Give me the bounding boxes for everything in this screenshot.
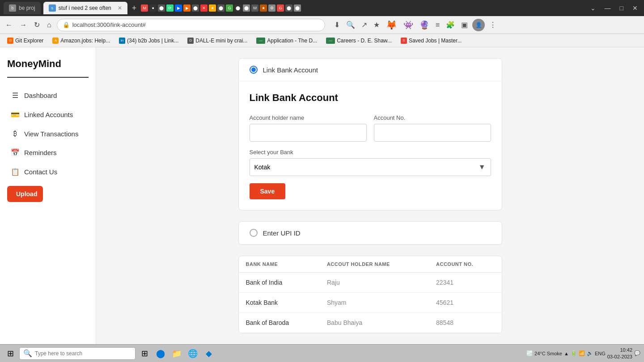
- bank-select[interactable]: Kotak SBI HDFC ICICI Axis Bank of India …: [250, 158, 491, 176]
- notification-icon[interactable]: 💬: [634, 350, 640, 356]
- browser-favicon-7: ⬤: [192, 4, 199, 12]
- bookmark-favicon-1: G: [7, 38, 13, 44]
- puzzle-icon[interactable]: 🧩: [444, 20, 457, 30]
- sidebar: MoneyMind ☰ Dashboard 💳 Linked Accounts …: [0, 47, 96, 344]
- browser-favicon-6: ▶: [183, 4, 191, 12]
- close-window-icon[interactable]: ✕: [630, 4, 640, 13]
- bookmark-application[interactable]: — Application - The D...: [253, 37, 321, 45]
- table-row: Kotak Bank Shyam 45621: [239, 293, 502, 313]
- extension-icon-3[interactable]: 🔮: [418, 19, 431, 31]
- forward-button[interactable]: →: [18, 20, 29, 30]
- browser-favicon-4: ⟳: [166, 4, 174, 12]
- download-icon[interactable]: ⬇: [332, 20, 342, 30]
- browser-favicon-13: ⬤: [243, 4, 250, 12]
- sidebar-item-reminders[interactable]: 📅 Reminders: [7, 144, 89, 161]
- bank-select-wrapper: Kotak SBI HDFC ICICI Axis Bank of India …: [250, 158, 491, 176]
- contact-icon: 📋: [11, 168, 20, 176]
- form-group-select-bank: Select your Bank Kotak SBI HDFC ICICI Ax…: [250, 149, 491, 176]
- upi-radio-label: Enter UPI ID: [263, 229, 301, 237]
- chrome-icon[interactable]: 🌐: [186, 346, 200, 361]
- dashboard-icon: ☰: [11, 91, 20, 100]
- menu-icon[interactable]: ⋮: [487, 20, 498, 30]
- account-no-input[interactable]: [374, 124, 491, 142]
- weather-icon: 🌫️: [526, 350, 533, 356]
- link-bank-radio[interactable]: [250, 66, 258, 74]
- bookmark-git-explorer[interactable]: G Git Explorer: [4, 37, 47, 45]
- taskbar-pinned-icons: ⊞ ⬤ 📁 🌐 ◆: [137, 346, 216, 361]
- tab-inactive[interactable]: b be proj: [4, 2, 41, 14]
- upload-button[interactable]: Upload: [7, 186, 43, 202]
- browser-favicon-9: ★: [209, 4, 216, 12]
- url-bar[interactable]: 🔒 localhost:3000/link-account#: [57, 19, 325, 31]
- cell-bank-name: Bank of India: [239, 273, 320, 293]
- main-content: Link Bank Account Link Bank Account Acco…: [96, 47, 644, 344]
- profile-avatar[interactable]: 👤: [472, 19, 485, 31]
- browser-favicon-5: ▶: [175, 4, 182, 12]
- minimize-icon[interactable]: ⌄: [588, 4, 598, 13]
- app-layout: MoneyMind ☰ Dashboard 💳 Linked Accounts …: [0, 47, 644, 344]
- file-explorer-icon[interactable]: 📁: [169, 346, 184, 361]
- bookmark-favicon-4: D: [187, 38, 194, 44]
- sidebar-item-dashboard[interactable]: ☰ Dashboard: [7, 87, 89, 104]
- tab-active[interactable]: s stuf i need 2 see often ✕: [43, 2, 127, 14]
- restore-icon[interactable]: —: [602, 4, 614, 13]
- close-tab-icon[interactable]: ✕: [118, 5, 122, 11]
- save-button[interactable]: Save: [250, 183, 286, 199]
- taskbar-language: ENG: [595, 351, 606, 356]
- link-bank-form-title: Link Bank Account: [250, 92, 491, 104]
- cell-holder-name: Shyam: [320, 293, 429, 313]
- sidebar-item-linked-accounts[interactable]: 💳 Linked Accounts: [7, 106, 89, 123]
- vscode-icon[interactable]: ◆: [202, 346, 216, 361]
- sidebar-item-contact-us[interactable]: 📋 Contact Us: [7, 163, 89, 181]
- table-row: Bank of India Raju 22341: [239, 273, 502, 293]
- extension-icon-2[interactable]: 👾: [402, 19, 415, 31]
- reminders-icon: 📅: [11, 148, 20, 157]
- browser-title-bar: b be proj s stuf i need 2 see often ✕ + …: [0, 0, 644, 16]
- taskbar-up-arrow-icon[interactable]: ▲: [564, 351, 569, 356]
- browser-favicon-14: M: [251, 4, 258, 12]
- reload-button[interactable]: ↻: [32, 20, 42, 30]
- new-tab-button[interactable]: +: [130, 4, 139, 13]
- taskbar-search-icon: 🔍: [23, 349, 32, 358]
- browser-favicon-10: ⬤: [217, 4, 225, 12]
- back-button[interactable]: ←: [4, 20, 14, 30]
- taskbar-time-value: 10:42: [607, 347, 632, 353]
- bookmark-careers[interactable]: — Careers - D. E. Shaw...: [322, 37, 395, 45]
- browser-favicon-17: G: [277, 4, 284, 12]
- bookmark-linkedin[interactable]: in (34) b2b Jobs | Link...: [115, 37, 182, 45]
- accounts-table: Bank Name Accout Holder Name Account No.…: [239, 256, 502, 333]
- cell-account-no: 88548: [429, 313, 501, 333]
- col-holder-name: Accout Holder Name: [320, 256, 429, 273]
- bookmark-favicon-6: —: [326, 38, 335, 44]
- bookmark-saved-jobs[interactable]: S Saved Jobs | Master...: [397, 37, 466, 45]
- task-view-icon[interactable]: ⊞: [137, 346, 152, 361]
- taskbar-clock: 10:42 03-02-2023: [607, 347, 632, 360]
- bookmark-amazon-jobs[interactable]: A Amazon.jobs: Help...: [49, 37, 114, 45]
- zoom-icon[interactable]: 🔍: [344, 20, 357, 30]
- cell-bank-name: Bank of Baroda: [239, 313, 320, 333]
- browser-tab-extras: M ● ⬤ ⟳ ▶ ▶ ⬤ ✕ ★ ⬤ G ⬤ ⬤ M ★ ⚙ G ⬤ ⬤: [141, 4, 585, 12]
- maximize-icon[interactable]: □: [617, 4, 626, 13]
- sidebar-label-reminders: Reminders: [24, 149, 57, 156]
- link-bank-radio-label: Link Bank Account: [263, 66, 318, 74]
- link-bank-card: Link Bank Account Link Bank Account Acco…: [238, 58, 502, 210]
- sidebar-item-view-transactions[interactable]: ₿ View Transactions: [7, 125, 89, 142]
- edge-icon[interactable]: ⬤: [153, 346, 168, 361]
- account-holder-input[interactable]: [250, 124, 367, 142]
- bookmark-star-icon[interactable]: ★: [372, 20, 381, 30]
- sidebar-label-linked-accounts: Linked Accounts: [24, 111, 73, 118]
- sidebar-label-view-transactions: View Transactions: [24, 130, 78, 138]
- share-icon[interactable]: ↗: [360, 20, 369, 30]
- sidebar-toggle-icon[interactable]: ▣: [459, 20, 470, 30]
- upi-radio[interactable]: [250, 229, 258, 237]
- start-button[interactable]: ⊞: [4, 347, 17, 360]
- address-bar: ← → ↻ ⌂ 🔒 localhost:3000/link-account# ⬇…: [0, 16, 644, 34]
- linked-accounts-table: Bank Name Accout Holder Name Account No.…: [238, 256, 502, 333]
- extension-icon-1[interactable]: 🦊: [384, 19, 399, 31]
- bookmark-dalle[interactable]: D DALL-E mini by crai...: [184, 37, 251, 45]
- extension-icon-4[interactable]: ≡: [434, 20, 441, 30]
- taskbar-search[interactable]: 🔍: [19, 347, 136, 360]
- col-bank-name: Bank Name: [239, 256, 320, 273]
- home-button[interactable]: ⌂: [45, 20, 53, 30]
- taskbar-search-input[interactable]: [35, 350, 131, 357]
